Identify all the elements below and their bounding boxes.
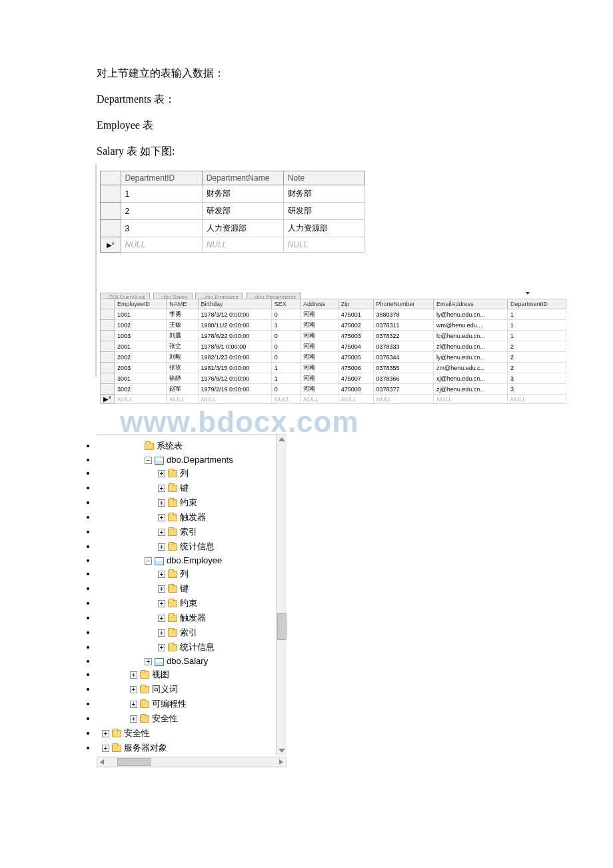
cell-name[interactable]: 刘毅: [167, 352, 198, 363]
col-sex[interactable]: SEX: [271, 299, 300, 309]
cell-name[interactable]: 徐静: [167, 373, 198, 384]
cell-id[interactable]: 1: [121, 185, 202, 203]
cell-phone[interactable]: 0378333: [373, 341, 434, 352]
cell-employeeid[interactable]: 1001: [114, 309, 166, 320]
cell-employeeid[interactable]: 3001: [114, 373, 166, 384]
col-email[interactable]: EmailAddress: [434, 299, 508, 309]
cell-null[interactable]: NULL: [167, 395, 198, 404]
cell-id[interactable]: 3: [121, 220, 202, 237]
cell-email[interactable]: ly@henu.edu.cn...: [434, 352, 508, 363]
cell-address[interactable]: 河南: [301, 384, 338, 395]
cell-zip[interactable]: 475008: [338, 384, 373, 395]
collapse-icon[interactable]: −: [145, 457, 152, 464]
table-row[interactable]: 2001 张立 1978/8/1 0:00:00 0 河南 475004 037…: [101, 341, 566, 352]
cell-sex[interactable]: 0: [271, 384, 300, 395]
cell-dept[interactable]: 1: [508, 331, 566, 341]
cell-sex[interactable]: 0: [271, 331, 300, 341]
cell-phone[interactable]: 0378311: [373, 320, 434, 331]
tree-server-objects[interactable]: +服务器对象: [97, 741, 287, 755]
col-zip[interactable]: Zip: [338, 299, 373, 309]
table-row[interactable]: 1002 王敏 1980/11/2 0:00:00 1 河南 475002 03…: [101, 320, 566, 331]
expand-icon[interactable]: +: [158, 499, 165, 507]
row-selector[interactable]: [101, 331, 115, 341]
tree-indexes[interactable]: +索引: [97, 625, 287, 640]
col-departmentid[interactable]: DepartmentID: [121, 171, 202, 185]
tree-vertical-scrollbar[interactable]: [276, 435, 287, 755]
cell-null[interactable]: NULL: [373, 395, 434, 404]
cell-address[interactable]: 河南: [301, 309, 338, 320]
cell-name[interactable]: 李勇: [167, 309, 198, 320]
expand-icon[interactable]: +: [158, 644, 165, 651]
cell-zip[interactable]: 475003: [338, 331, 373, 341]
cell-phone[interactable]: 0378322: [373, 331, 434, 341]
cell-email[interactable]: zm@henu.edu.c...: [434, 363, 508, 373]
tree-horizontal-scrollbar[interactable]: [97, 757, 287, 767]
tree-triggers[interactable]: +触发器: [97, 611, 287, 625]
cell-sex[interactable]: 0: [271, 341, 300, 352]
cell-dept[interactable]: 2: [508, 363, 566, 373]
expand-icon[interactable]: +: [158, 470, 165, 477]
cell-address[interactable]: 河南: [301, 352, 338, 363]
expand-icon[interactable]: +: [130, 715, 137, 723]
cell-null[interactable]: NULL: [114, 395, 166, 404]
cell-email[interactable]: wm@henu.edu....: [434, 320, 508, 331]
cell-name[interactable]: 张立: [167, 341, 198, 352]
row-selector[interactable]: [101, 341, 115, 352]
cell-zip[interactable]: 475002: [338, 320, 373, 331]
tree-keys[interactable]: +键: [97, 481, 287, 495]
table-row[interactable]: 2003 张玫 1981/3/15 0:00:00 1 河南 475006 03…: [101, 363, 566, 373]
cell-employeeid[interactable]: 2002: [114, 352, 166, 363]
cell-employeeid[interactable]: 2003: [114, 363, 166, 373]
table-row[interactable]: 3001 徐静 1976/8/12 0:00:00 1 河南 475007 03…: [101, 373, 566, 384]
cell-sex[interactable]: 1: [271, 373, 300, 384]
cell-birthday[interactable]: 1978/3/12 0:00:00: [198, 309, 271, 320]
expand-icon[interactable]: +: [158, 514, 165, 521]
cell-null[interactable]: NULL: [202, 237, 283, 253]
cell-phone[interactable]: 0378366: [373, 373, 434, 384]
tree-dbo-departments[interactable]: −dbo.Departments: [97, 453, 287, 466]
scroll-thumb[interactable]: [277, 613, 287, 640]
tree-dbo-employee[interactable]: −dbo.Employee: [97, 554, 287, 567]
tab-sqlquery[interactable]: ...SQLQuery3.sql: [100, 293, 150, 299]
tree-stats[interactable]: +统计信息: [97, 539, 287, 554]
col-note[interactable]: Note: [283, 171, 364, 185]
cell-phone[interactable]: 0378377: [373, 384, 434, 395]
cell-name[interactable]: 赵军: [167, 384, 198, 395]
table-row[interactable]: 1001 李勇 1978/3/12 0:00:00 0 河南 475001 38…: [101, 309, 566, 320]
tree-stats[interactable]: +统计信息: [97, 640, 287, 655]
cell-employeeid[interactable]: 1003: [114, 331, 166, 341]
tree-triggers[interactable]: +触发器: [97, 510, 287, 525]
cell-note[interactable]: 财务部: [283, 185, 364, 203]
cell-address[interactable]: 河南: [301, 373, 338, 384]
cell-name[interactable]: 人力资源部: [202, 220, 283, 237]
col-departmentname[interactable]: DepartmentName: [202, 171, 283, 185]
table-row-new[interactable]: ▶* NULL NULL NULL: [101, 237, 365, 253]
scroll-right-icon[interactable]: [279, 759, 283, 765]
tree-constraints[interactable]: +约束: [97, 596, 287, 611]
scroll-up-icon[interactable]: [279, 437, 285, 441]
cell-dept[interactable]: 2: [508, 352, 566, 363]
cell-note[interactable]: 研发部: [283, 203, 364, 220]
table-row[interactable]: 2 研发部 研发部: [101, 203, 365, 220]
cell-zip[interactable]: 475007: [338, 373, 373, 384]
expand-icon[interactable]: +: [130, 701, 137, 708]
tab-departments[interactable]: ...dbo.Departments: [246, 293, 301, 299]
col-departmentid[interactable]: DepartmentID: [508, 299, 566, 309]
expand-icon[interactable]: +: [158, 629, 165, 637]
cell-address[interactable]: 河南: [301, 331, 338, 341]
cell-zip[interactable]: 475005: [338, 352, 373, 363]
col-phone[interactable]: PhoneNumber: [373, 299, 434, 309]
cell-dept[interactable]: 1: [508, 309, 566, 320]
cell-null[interactable]: NULL: [338, 395, 373, 404]
expand-icon[interactable]: +: [102, 745, 109, 752]
cell-dept[interactable]: 2: [508, 341, 566, 352]
cell-dept[interactable]: 3: [508, 373, 566, 384]
row-selector[interactable]: [101, 309, 115, 320]
tree-programmability[interactable]: +可编程性: [97, 697, 287, 711]
tree-security-root[interactable]: +安全性: [97, 726, 287, 741]
cell-id[interactable]: 2: [121, 203, 202, 220]
row-selector[interactable]: [101, 320, 115, 331]
cell-dept[interactable]: 3: [508, 384, 566, 395]
expand-icon[interactable]: +: [158, 585, 165, 593]
cell-birthday[interactable]: 1978/6/22 0:00:00: [198, 331, 271, 341]
